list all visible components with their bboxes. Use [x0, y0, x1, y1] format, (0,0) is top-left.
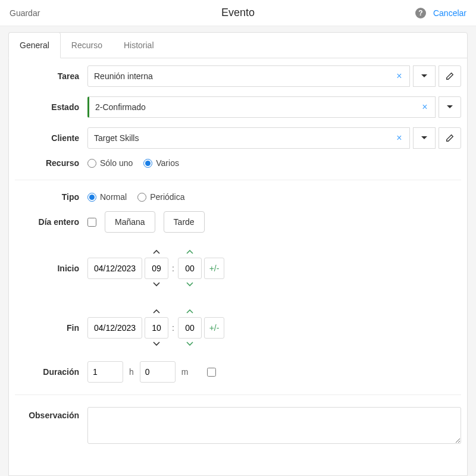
unit-h: h: [129, 367, 134, 377]
cliente-value: Target Skills: [88, 133, 389, 143]
tarea-dropdown-button[interactable]: [413, 65, 436, 87]
recurso-solo-radio[interactable]: [87, 159, 96, 168]
inicio-date-input[interactable]: [87, 258, 142, 279]
tipo-periodica-radio[interactable]: [137, 193, 146, 202]
label-dia-entero: Día entero: [15, 217, 87, 227]
estado-combo[interactable]: 2-Confirmado ×: [87, 96, 436, 118]
inicio-min-input[interactable]: [178, 258, 202, 279]
chevron-up-icon: [153, 309, 160, 314]
inicio-hour-up[interactable]: [145, 247, 168, 258]
label-estado: Estado: [15, 102, 87, 112]
inicio-plusminus-button[interactable]: +/-: [204, 258, 224, 279]
chevron-down-icon: [153, 282, 160, 287]
tab-recurso[interactable]: Recurso: [61, 33, 113, 58]
observacion-textarea[interactable]: [87, 407, 461, 444]
caret-down-icon: [447, 105, 453, 109]
manana-button[interactable]: Mañana: [105, 211, 155, 233]
label-recurso: Recurso: [15, 158, 87, 168]
recurso-varios-option[interactable]: Varios: [143, 158, 179, 168]
inicio-hour-down[interactable]: [145, 279, 168, 290]
tarea-clear-icon[interactable]: ×: [389, 71, 409, 82]
cliente-combo[interactable]: Target Skills ×: [87, 127, 410, 149]
recurso-varios-radio[interactable]: [143, 159, 152, 168]
estado-clear-icon[interactable]: ×: [415, 102, 435, 112]
fin-min-down[interactable]: [178, 339, 202, 349]
chevron-down-icon: [153, 342, 160, 346]
fin-plusminus-button[interactable]: +/-: [204, 317, 224, 339]
estado-value: 2-Confirmado: [89, 102, 415, 112]
label-inicio: Inicio: [15, 264, 87, 273]
edit-icon: [446, 134, 454, 142]
label-tarea: Tarea: [15, 71, 87, 81]
tipo-normal-radio[interactable]: [87, 193, 96, 202]
fin-date-input[interactable]: [87, 317, 142, 339]
tarde-button[interactable]: Tarde: [164, 211, 205, 233]
inicio-min-down[interactable]: [178, 279, 202, 290]
time-colon: :: [171, 264, 176, 273]
edit-icon: [446, 72, 454, 80]
caret-down-icon: [421, 136, 427, 140]
cliente-clear-icon[interactable]: ×: [389, 133, 409, 143]
label-observacion: Observación: [15, 407, 87, 420]
cliente-edit-button[interactable]: [439, 127, 461, 149]
chevron-up-icon: [186, 309, 193, 314]
recurso-solo-option[interactable]: Sólo uno: [87, 158, 133, 168]
tarea-edit-button[interactable]: [439, 65, 461, 87]
inicio-min-up[interactable]: [178, 247, 202, 258]
dia-entero-checkbox[interactable]: [87, 218, 96, 227]
chevron-up-icon: [153, 250, 160, 255]
caret-down-icon: [421, 74, 427, 78]
divider: [15, 394, 461, 395]
page-title: Evento: [0, 7, 476, 19]
divider: [15, 180, 461, 180]
label-duracion: Duración: [15, 367, 87, 377]
recurso-solo-label: Sólo uno: [100, 158, 133, 168]
help-icon[interactable]: ?: [415, 8, 426, 18]
fin-hour-up[interactable]: [145, 306, 168, 317]
duracion-min-input[interactable]: [140, 361, 176, 383]
tab-general[interactable]: General: [8, 32, 61, 58]
tarea-value: Reunión interna: [88, 71, 389, 81]
cancel-button[interactable]: Cancelar: [433, 8, 466, 18]
chevron-up-icon: [186, 250, 193, 255]
inicio-hour-input[interactable]: [145, 258, 168, 279]
tipo-periodica-option[interactable]: Periódica: [137, 192, 184, 202]
label-cliente: Cliente: [15, 133, 87, 143]
save-button[interactable]: Guardar: [10, 8, 40, 18]
chevron-down-icon: [186, 282, 193, 287]
fin-hour-down[interactable]: [145, 339, 168, 349]
tipo-normal-label: Normal: [100, 192, 127, 202]
label-fin: Fin: [15, 323, 87, 333]
fin-hour-input[interactable]: [145, 317, 168, 339]
cliente-dropdown-button[interactable]: [413, 127, 436, 149]
estado-dropdown-button[interactable]: [439, 96, 461, 118]
duracion-horas-input[interactable]: [87, 361, 123, 383]
tab-historial[interactable]: Historial: [113, 33, 165, 58]
label-tipo: Tipo: [15, 192, 87, 202]
recurso-varios-label: Varios: [156, 158, 179, 168]
unit-m: m: [181, 367, 189, 377]
fin-min-up[interactable]: [178, 306, 202, 317]
time-colon: :: [171, 323, 176, 333]
tarea-combo[interactable]: Reunión interna ×: [87, 65, 410, 87]
duracion-checkbox[interactable]: [207, 368, 216, 377]
tipo-periodica-label: Periódica: [150, 192, 184, 202]
fin-min-input[interactable]: [178, 317, 202, 339]
tipo-normal-option[interactable]: Normal: [87, 192, 127, 202]
chevron-down-icon: [186, 342, 193, 346]
